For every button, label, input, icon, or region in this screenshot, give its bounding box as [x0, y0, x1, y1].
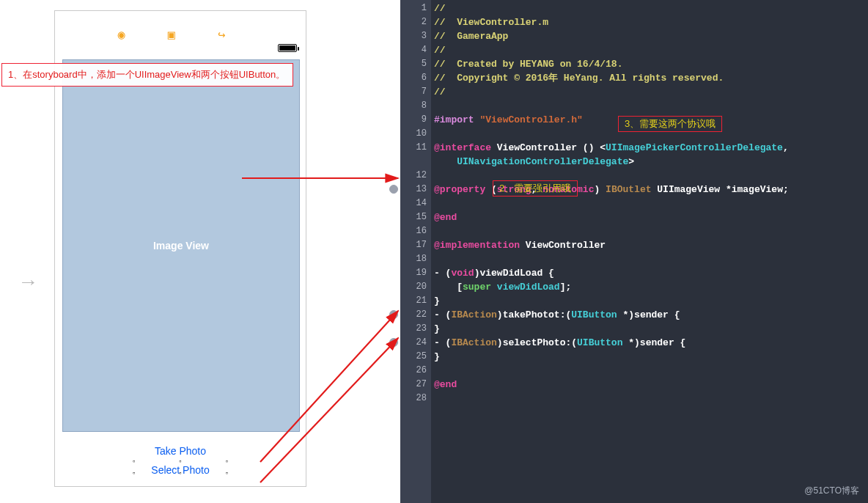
code-line[interactable]: // Created by HEYANG on 16/4/18.: [434, 57, 868, 71]
annotation-2: 2、需要强引用哦: [493, 180, 578, 197]
connection-dot-icon: [389, 338, 398, 347]
annotation-1: 1、在storyboard中，添加一个UIImageView和两个按钮UIBut…: [1, 63, 293, 87]
segue-arrow-icon: →: [22, 271, 34, 294]
code-line[interactable]: UINavigationControllerDelegate>: [434, 155, 868, 169]
line-number: 7: [400, 85, 431, 99]
line-number: 11: [400, 141, 431, 155]
battery-icon: [278, 44, 297, 52]
line-number: 24: [400, 336, 431, 350]
uiimageview-placeholder[interactable]: Image View: [62, 59, 300, 432]
line-number: 25: [400, 350, 431, 364]
take-photo-button[interactable]: Take Photo: [55, 445, 306, 457]
line-number: 6: [400, 71, 431, 85]
code-line[interactable]: [434, 392, 868, 405]
line-number: 12: [400, 169, 431, 183]
code-body[interactable]: //// ViewController.m// GameraApp//// Cr…: [434, 0, 868, 405]
code-line[interactable]: @implementation ViewController: [434, 238, 868, 252]
line-number: 28: [400, 392, 431, 405]
connection-dot-icon: [389, 310, 398, 319]
code-line[interactable]: //: [434, 1, 868, 15]
line-number: 14: [400, 197, 431, 210]
line-number: 13: [400, 183, 431, 197]
code-line[interactable]: @end: [434, 210, 868, 224]
line-number: 23: [400, 322, 431, 336]
connection-dot-icon: [389, 185, 398, 194]
line-number: [400, 155, 431, 169]
selection-handles-bottom: ▫▫▫: [55, 470, 306, 477]
interface-builder-panel: → ◉ ▣ ↪ Image View Take Photo ▫▫▫ Select…: [0, 0, 400, 503]
line-number: 26: [400, 364, 431, 378]
watermark: @51CTO博客: [804, 485, 859, 497]
line-number: 21: [400, 294, 431, 308]
line-number: 1: [400, 1, 431, 15]
code-line[interactable]: // Copyright © 2016年 HeYang. All rights …: [434, 71, 868, 85]
line-number: 16: [400, 224, 431, 238]
line-number: 27: [400, 378, 431, 392]
toolbar-icons: ◉ ▣ ↪: [55, 27, 306, 43]
line-number: 17: [400, 238, 431, 252]
code-line[interactable]: [434, 99, 868, 113]
line-number: 5: [400, 57, 431, 71]
code-line[interactable]: @interface ViewController () <UIImagePic…: [434, 141, 868, 155]
line-number: 3: [400, 29, 431, 43]
code-line[interactable]: - (void)viewDidLoad {: [434, 266, 868, 280]
line-number: 8: [400, 99, 431, 113]
line-number: 4: [400, 43, 431, 57]
code-line[interactable]: [434, 224, 868, 238]
code-line[interactable]: // GameraApp: [434, 29, 868, 43]
code-line[interactable]: [434, 364, 868, 378]
line-number: 22: [400, 308, 431, 322]
code-line[interactable]: - (IBAction)takePhotot:(UIButton *)sende…: [434, 308, 868, 322]
code-editor[interactable]: 1234567891011121314151617181920212223242…: [400, 0, 868, 503]
code-line[interactable]: [super viewDidLoad];: [434, 280, 868, 294]
code-line[interactable]: }: [434, 294, 868, 308]
code-line[interactable]: //: [434, 85, 868, 99]
line-number: 18: [400, 252, 431, 266]
code-line[interactable]: [434, 252, 868, 266]
line-number: 20: [400, 280, 431, 294]
code-line[interactable]: [434, 197, 868, 210]
code-line[interactable]: @end: [434, 378, 868, 392]
line-number: 9: [400, 113, 431, 127]
code-line[interactable]: //: [434, 43, 868, 57]
imageview-label: Image View: [153, 240, 209, 252]
line-number: 10: [400, 127, 431, 141]
line-gutter: 1234567891011121314151617181920212223242…: [400, 0, 431, 503]
line-number: 15: [400, 210, 431, 224]
code-line[interactable]: - (IBAction)selectPhoto:(UIButton *)send…: [434, 336, 868, 350]
line-number: 2: [400, 15, 431, 29]
code-line[interactable]: }: [434, 350, 868, 364]
annotation-3: 3、需要这两个协议哦: [618, 116, 722, 132]
code-line[interactable]: // ViewController.m: [434, 15, 868, 29]
line-number: 19: [400, 266, 431, 280]
code-line[interactable]: }: [434, 322, 868, 336]
